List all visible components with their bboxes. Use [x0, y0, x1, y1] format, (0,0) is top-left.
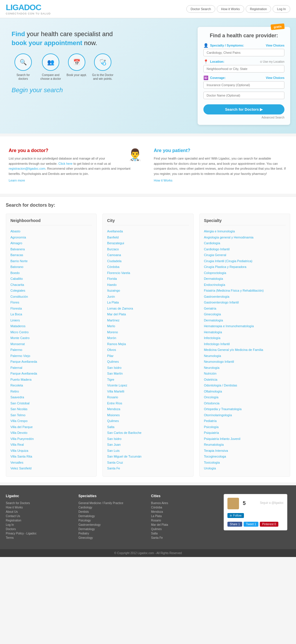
footer-cities-link[interactable]: Rosario: [151, 519, 215, 522]
neighborhood-link[interactable]: Velez Sarsfield: [10, 466, 92, 471]
specialty-link[interactable]: Ostetricia: [204, 377, 286, 382]
specialty-link[interactable]: Psiquiatría Infanto Juvenil: [204, 436, 286, 441]
neighborhood-link[interactable]: Caballito: [10, 276, 92, 281]
specialty-link[interactable]: Infectologo Infantil: [204, 342, 286, 347]
coverage-input[interactable]: [203, 81, 284, 89]
city-link[interactable]: Moreno: [107, 330, 189, 335]
specialty-link[interactable]: Otorrinolaringología: [204, 413, 286, 418]
how-it-works-link[interactable]: How it Works: [154, 179, 288, 182]
neighborhood-link[interactable]: Villa Devoto: [10, 430, 92, 435]
footer-specialties-link[interactable]: Dermatology: [78, 515, 142, 518]
coverage-view-choices[interactable]: View Choices: [266, 76, 284, 79]
footer-ligadoc-link[interactable]: Log In: [6, 523, 70, 526]
specialty-link[interactable]: Tocoginecologa: [204, 454, 286, 459]
city-link[interactable]: Tigre: [107, 377, 189, 382]
neighborhood-link[interactable]: Villa Crespo: [10, 419, 92, 423]
city-link[interactable]: Avellaneda: [107, 229, 189, 234]
use-location-btn[interactable]: ⊙ Use my Location: [260, 60, 284, 63]
neighborhood-link[interactable]: Micro Centro: [10, 330, 92, 335]
city-link[interactable]: San Isidro: [107, 365, 189, 370]
footer-cities-link[interactable]: Mar del Plata: [151, 523, 215, 526]
nav-doctor-search[interactable]: Doctor Search: [186, 5, 215, 13]
footer-ligadoc-link[interactable]: Terms: [6, 536, 70, 539]
specialty-link[interactable]: Oftalmología: [204, 389, 286, 394]
specialty-link[interactable]: Cirugia General: [204, 253, 286, 258]
city-link[interactable]: Quilmes: [107, 419, 189, 423]
city-link[interactable]: Ciudadela: [107, 259, 189, 264]
footer-ligadoc-link[interactable]: How it Works: [6, 506, 70, 509]
neighborhood-link[interactable]: Retiro: [10, 389, 92, 394]
city-link[interactable]: San Carlos de Bariloche: [107, 430, 189, 435]
footer-cities-link[interactable]: Quilmes: [151, 528, 215, 531]
city-link[interactable]: Mar del Plata: [107, 312, 189, 317]
neighborhood-link[interactable]: San Telmo: [10, 413, 92, 418]
city-link[interactable]: Martínez: [107, 318, 189, 323]
footer-ligadoc-link[interactable]: Contact Us: [6, 515, 70, 518]
city-link[interactable]: Berazategui: [107, 241, 189, 246]
city-link[interactable]: Florida: [107, 276, 189, 281]
neighborhood-link[interactable]: Recoleta: [10, 383, 92, 388]
specialty-link[interactable]: Dermatología: [204, 276, 286, 281]
follow-ligadoc-link[interactable]: Seguir a @ligadoc: [260, 501, 284, 504]
city-link[interactable]: San Luis: [107, 448, 189, 453]
neighborhood-link[interactable]: Monte Castro: [10, 336, 92, 340]
specialty-link[interactable]: Terapia Intensiva: [204, 448, 286, 453]
specialty-link[interactable]: Oncología: [204, 395, 286, 400]
city-link[interactable]: San Isidro: [107, 436, 189, 441]
neighborhood-link[interactable]: San Cristobal: [10, 401, 92, 406]
neighborhood-link[interactable]: Villa Santa Rita: [10, 454, 92, 459]
nav-log-in[interactable]: Log In: [273, 5, 290, 13]
email-link[interactable]: registracion@ligadoc.com: [9, 167, 45, 170]
specialty-link[interactable]: Neumonologo Infantil: [204, 359, 286, 364]
city-link[interactable]: Morón: [107, 336, 189, 340]
specialty-link[interactable]: Odontología / Dentistas: [204, 383, 286, 388]
specialty-link[interactable]: Coloproctología: [204, 271, 286, 275]
specialty-link[interactable]: Infectología: [204, 336, 286, 340]
neighborhood-link[interactable]: Villa Real: [10, 442, 92, 447]
advanced-search-link[interactable]: Advanced Search: [203, 116, 284, 119]
footer-cities-link[interactable]: Buenos Aires: [151, 501, 215, 505]
specialty-link[interactable]: Alergia e Inmunología: [204, 229, 286, 234]
city-link[interactable]: Burzaco: [107, 247, 189, 252]
neighborhood-link[interactable]: La Boca: [10, 312, 92, 317]
location-input[interactable]: [203, 65, 284, 73]
neighborhood-link[interactable]: Palermo: [10, 347, 92, 352]
city-link[interactable]: Merlo: [107, 324, 189, 329]
footer-cities-link[interactable]: Córdoba: [151, 506, 215, 509]
neighborhood-link[interactable]: Parque Avellaneda: [10, 371, 92, 376]
specialty-link[interactable]: Endocrinología: [204, 282, 286, 287]
neighborhood-link[interactable]: Colegiales: [10, 288, 92, 293]
neighborhood-link[interactable]: Abasto: [10, 229, 92, 234]
specialty-link[interactable]: Nutrición: [204, 371, 286, 376]
neighborhood-link[interactable]: Agronomía: [10, 235, 92, 240]
footer-specialties-link[interactable]: Gastroenterology: [78, 523, 142, 526]
specialty-link[interactable]: Gastroenterologo Infantil: [204, 300, 286, 305]
specialty-link[interactable]: Psicología: [204, 425, 286, 430]
doctor-name-input[interactable]: [203, 92, 284, 99]
neighborhood-link[interactable]: San Nicolás: [10, 407, 92, 412]
city-link[interactable]: Córdoba: [107, 264, 189, 269]
specialty-link[interactable]: Psiquiatría: [204, 430, 286, 435]
footer-specialties-link[interactable]: Ginecology: [78, 536, 142, 539]
linkedin-follow-btn[interactable]: in Follow: [227, 513, 244, 518]
specialty-link[interactable]: Medicina General y/o Medicina de Familia: [204, 347, 286, 352]
search-doctors-button[interactable]: Search for Doctors ▶: [203, 104, 284, 114]
neighborhood-link[interactable]: Flores: [10, 300, 92, 305]
footer-specialties-link[interactable]: Dermatology: [78, 528, 142, 531]
specialty-link[interactable]: Reumatología: [204, 442, 286, 447]
city-link[interactable]: Misiones: [107, 413, 189, 418]
neighborhood-link[interactable]: Constitución: [10, 294, 92, 299]
neighborhood-link[interactable]: Monserrat: [10, 342, 92, 347]
city-link[interactable]: Quilmes: [107, 359, 189, 364]
city-link[interactable]: San Martín: [107, 371, 189, 376]
pinterest-btn[interactable]: Pinterest 0: [260, 522, 278, 527]
facebook-share-btn[interactable]: Share 1: [227, 522, 242, 527]
neighborhood-link[interactable]: Liniers: [10, 318, 92, 323]
neighborhood-link[interactable]: Palermo Viejo: [10, 354, 92, 358]
neighborhood-link[interactable]: Villa del Parque: [10, 425, 92, 430]
city-link[interactable]: Lomas de Zamora: [107, 306, 189, 311]
city-link[interactable]: San Miguel de Tucumán: [107, 454, 189, 459]
footer-ligadoc-link[interactable]: Doctors: [6, 528, 70, 531]
footer-specialties-link[interactable]: Psicology: [78, 519, 142, 522]
footer-specialties-link[interactable]: Dentists: [78, 510, 142, 513]
